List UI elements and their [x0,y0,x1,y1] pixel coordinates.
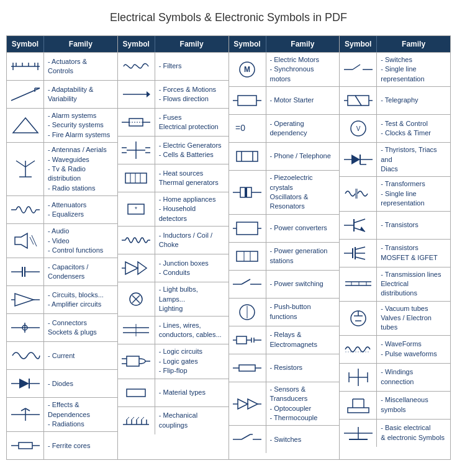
svg-line-130 [353,65,360,70]
family-fuses: - Fuses Electrical protection [155,109,228,136]
svg-line-38 [25,408,30,411]
family-transformers: - Transformers - Single line representat… [377,177,450,210]
svg-rect-40 [19,442,32,449]
symbol-adaptability [7,81,44,108]
row-vacuum: - Vacuum tubes Valves / Electron tubes [340,301,450,335]
symbol-capacitors [7,258,44,285]
svg-rect-45 [129,119,143,126]
row-telegraphy: - Telegraphy [340,86,450,114]
svg-rect-112 [237,336,247,344]
symbol-transistors-mosfet [340,240,377,267]
symbol-thyristors [340,143,377,176]
section-2-header: Symbol Family [118,36,228,52]
svg-text:V: V [356,125,360,132]
symbol-fuses [118,109,155,136]
family-forces: - Forces & Motions - Flows direction [155,81,228,108]
svg-line-85 [142,417,144,420]
family-home: - Home appliances - Household detectors [155,192,228,226]
row-connectors: - Connectors Sockets & plugs [7,313,117,341]
family-capacitors: - Capacitors / Condensers [44,258,117,285]
row-powergen: - Power generation stations [229,242,340,270]
family-powergen: - Power generation stations [266,243,340,270]
section-3: Symbol Family M - Electric Motors - Sync… [229,36,340,459]
symbol-attenuators [7,196,44,223]
svg-line-82 [127,417,129,420]
row-phone: - Phone / Telephone [229,142,340,170]
family-waveforms: - WaveForms - Pulse waveforms [377,336,450,363]
row-heat: - Heat sources Thermal generators [118,164,228,192]
svg-text:M: M [244,65,250,74]
symbol-generators [118,137,155,164]
row-actuators: - Actuators & Controls [7,52,117,80]
symbol-sensors [229,382,266,426]
family-ferrite: - Ferrite cores [44,432,117,459]
family-testcontrol: - Test & Control - Clocks & Timer [377,115,450,142]
family-phone: - Phone / Telephone [266,143,340,170]
section-1-symbol-header: Symbol [7,36,44,52]
svg-line-108 [242,279,250,284]
row-relays: - Relays & Electromagnets [229,326,340,354]
svg-marker-18 [15,233,27,248]
row-windings: - Windings connection [340,363,450,391]
symbol-actuator [7,53,44,80]
section-4-header: Symbol Family [340,36,450,52]
symbol-motorstarter [229,87,266,114]
symbol-pushbutton [229,299,266,326]
family-piezo: - Piezoelectric crystals Oscillators & R… [266,171,340,214]
symbol-basic [340,420,377,447]
section-1-header: Symbol Family [7,36,117,52]
svg-text:=0: =0 [235,123,245,133]
svg-marker-123 [248,399,258,409]
row-resistors: - Resistors [229,354,340,382]
svg-line-37 [21,408,25,411]
symbol-transistors [340,212,377,239]
family-connectors: - Connectors Sockets & plugs [44,314,117,341]
svg-marker-10 [13,118,38,133]
svg-rect-96 [240,187,245,197]
symbol-powergen [229,243,266,270]
symbol-transformers [340,177,377,210]
family-thyristors: - Thyristors, Triacs and Diacs [377,143,450,176]
row-material: - Material types [118,379,228,406]
row-transformers: - Transformers - Single line representat… [340,176,450,210]
family-relays: - Relays & Electromagnets [266,326,340,354]
row-transistors-mosfet: - Transistors MOSFET & IGFET [340,239,450,267]
row-thyristors: - Thyristors, Triacs and Diacs [340,142,450,176]
symbol-alarm [7,109,44,142]
row-operating: =0 - Operating dependency [229,114,340,142]
symbol-logic [118,344,155,378]
row-mechanical: - Mechanical couplings [118,406,228,434]
svg-rect-75 [127,389,145,397]
family-lines: - Lines, wires, conductors, cables... [155,317,228,344]
row-motorstarter: - Motor Starter [229,86,340,114]
family-diodes: - Diodes [44,370,117,397]
family-mechanical: - Mechanical couplings [155,407,228,434]
family-current: - Current [44,342,117,369]
family-filters: - Filters [155,53,228,80]
svg-rect-54 [125,173,147,183]
svg-line-126 [242,434,250,439]
family-circuits: - Circuits, blocks... - Amplifier circui… [44,286,117,313]
family-antenna: - Antennas / Aerials - Waveguides - Tv &… [44,143,117,195]
row-lines: - Lines, wires, conductors, cables... [118,316,228,344]
symbol-phone [229,143,266,170]
svg-marker-62 [125,262,138,274]
row-generators: - Electric Generators - Cells & Batterie… [118,136,228,164]
row-fuses: - Fuses Electrical protection [118,108,228,136]
svg-line-147 [354,219,365,223]
row-motors: M - Electric Motors - Synchronous motors [229,52,340,86]
row-home: * - Home appliances - Household detector… [118,192,228,226]
symbol-relays [229,326,266,354]
symbol-windings [340,364,377,391]
row-inductors: - Inductors / Coil / Choke [118,226,228,254]
section-3-header: Symbol Family [229,36,340,52]
row-ferrite: - Ferrite cores [7,431,117,459]
row-waveforms: - WaveForms - Pulse waveforms [340,335,450,363]
family-pushbutton: - Push-button functions [266,299,340,326]
family-switches2: - Switches [266,426,340,453]
family-powersw: - Power switching [266,271,340,298]
row-transistors: - Transistors [340,211,450,239]
svg-line-12 [16,161,25,167]
family-transmission: - Transmission lines Electrical distribu… [377,267,450,301]
section-3-family-header: Family [266,36,340,52]
